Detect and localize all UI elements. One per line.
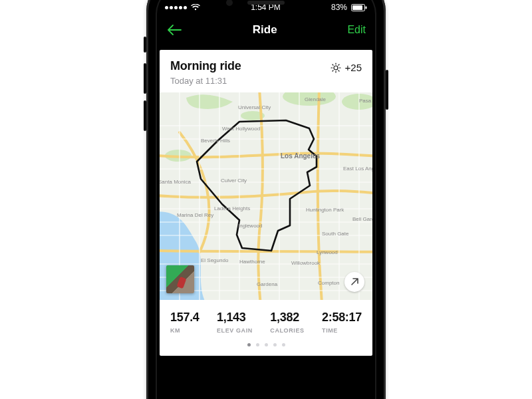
- volume-down-button: [144, 100, 146, 131]
- mute-switch: [144, 37, 146, 53]
- svg-rect-2: [365, 6, 366, 9]
- sun-icon: [331, 63, 341, 73]
- wifi-icon: [191, 4, 200, 11]
- map-label-hawthorne: Hawthorne: [239, 259, 265, 265]
- map-label-lynwood: Lynwood: [317, 249, 338, 255]
- map-label-culver: Culver City: [221, 178, 247, 184]
- map-label-beverlyhills: Beverly Hills: [201, 138, 230, 144]
- battery-percentage: 83%: [331, 3, 347, 12]
- volume-up-button: [144, 63, 146, 94]
- map-label-inglewood: Inglewood: [238, 223, 262, 229]
- svg-rect-1: [352, 5, 362, 10]
- pager-dot[interactable]: [265, 343, 268, 346]
- stat-calories: 1,382 CALORIES: [270, 311, 304, 334]
- stat-elev-label: ELEV GAIN: [217, 327, 253, 334]
- map-label-eastla: East Los Angeles: [343, 166, 372, 172]
- stat-distance: 157.4 KM: [170, 311, 200, 334]
- activity-card: Morning ride Today at 11:31: [160, 50, 372, 356]
- map-label-pasadena: Pasa: [359, 98, 371, 104]
- page-title: Ride: [253, 23, 277, 37]
- map-label-marinadelrey: Marina Del Rey: [177, 212, 213, 218]
- map-label-universal: Universal City: [238, 104, 271, 110]
- pager-dot[interactable]: [282, 343, 285, 346]
- activity-title: Morning ride: [170, 59, 241, 73]
- stat-time: 2:58:17 TIME: [322, 311, 362, 334]
- nav-bar: Ride Edit: [156, 14, 376, 50]
- stat-calories-label: CALORIES: [270, 327, 304, 334]
- battery-icon: [351, 4, 367, 11]
- map-label-losangeles: Los Angeles: [281, 152, 320, 160]
- map-label-compton: Compton: [318, 280, 339, 286]
- svg-line-11: [338, 65, 338, 65]
- pager-dot[interactable]: [247, 343, 251, 346]
- stat-elev-gain: 1,143 ELEV GAIN: [217, 311, 253, 334]
- stat-time-value: 2:58:17: [322, 311, 362, 325]
- map-label-santamonica: Santa Monica: [160, 179, 191, 185]
- map-label-elsegundo: El Segundo: [201, 257, 228, 263]
- map-label-southgate: South Gate: [322, 231, 348, 237]
- svg-point-3: [334, 66, 338, 70]
- activity-subtitle: Today at 11:31: [170, 76, 241, 86]
- expand-map-button[interactable]: [344, 272, 364, 292]
- map-label-bellgardens: Bell Gardens: [352, 216, 372, 222]
- map-label-westhollywood: West Hollywood: [222, 126, 260, 132]
- arrow-left-icon: [167, 25, 182, 35]
- pager-dots[interactable]: [160, 339, 372, 356]
- weather-temp: +25: [345, 62, 362, 73]
- map-label-laderaheights: Ladera Heights: [214, 205, 250, 211]
- stat-distance-value: 157.4: [170, 311, 200, 325]
- cellular-signal-icon: [165, 6, 187, 9]
- svg-line-10: [332, 70, 333, 70]
- expand-icon: [350, 277, 359, 287]
- map-label-gardena: Gardena: [257, 281, 277, 287]
- stat-elev-value: 1,143: [217, 311, 253, 325]
- back-button[interactable]: [166, 22, 182, 38]
- map-label-willowbrook: Willowbrook: [291, 260, 320, 266]
- pager-dot[interactable]: [273, 343, 277, 346]
- stat-time-label: TIME: [322, 327, 362, 334]
- svg-line-8: [332, 65, 333, 65]
- svg-line-9: [338, 70, 338, 70]
- power-button: [386, 70, 388, 110]
- route-map[interactable]: Glendale Pasa Universal City West Hollyw…: [160, 92, 372, 300]
- stat-distance-label: KM: [170, 327, 200, 334]
- pager-dot[interactable]: [256, 343, 259, 346]
- earpiece-speaker: [247, 1, 285, 5]
- edit-button[interactable]: Edit: [347, 24, 366, 36]
- map-label-huntingtonpark: Huntington Park: [306, 207, 344, 213]
- stats-row: 157.4 KM 1,143 ELEV GAIN 1,382 CALORIES …: [160, 300, 372, 339]
- map-label-glendale: Glendale: [305, 96, 326, 102]
- phone-frame: 1:54 PM 83% Ride Edit: [146, 0, 386, 399]
- weather-badge: +25: [331, 62, 362, 73]
- stat-calories-value: 1,382: [270, 311, 304, 325]
- ride-photo-thumbnail[interactable]: [166, 265, 194, 293]
